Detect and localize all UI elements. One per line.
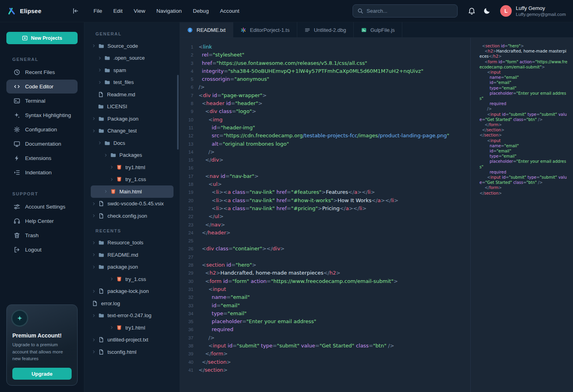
code-line[interactable]: 8 <header id="header"> bbox=[180, 99, 470, 107]
chevron-right-icon[interactable] bbox=[92, 241, 98, 245]
chevron-right-icon[interactable] bbox=[92, 129, 98, 133]
sidebar-item-trash[interactable]: Trash bbox=[6, 228, 78, 242]
code-line[interactable]: 23 </nav> bbox=[180, 221, 470, 229]
sidebar-item-extensions[interactable]: Extensions bbox=[6, 151, 78, 165]
code-line[interactable]: 3 href="https://use.fontawesome.com/rele… bbox=[180, 59, 470, 67]
code-line[interactable]: 33 id="email" bbox=[180, 302, 470, 310]
chevron-right-icon[interactable] bbox=[104, 153, 110, 157]
code-line[interactable]: 30 <form id="form" action="https://www.f… bbox=[180, 277, 470, 285]
code-line[interactable]: 9 <div class="logo"> bbox=[180, 107, 470, 115]
code-line[interactable]: 34 type="email" bbox=[180, 310, 470, 318]
code-line[interactable]: 40 </section> bbox=[180, 358, 470, 366]
code-line[interactable]: 17 <nav id="nav-bar"> bbox=[180, 172, 470, 180]
code-line[interactable]: 18 <ul> bbox=[180, 180, 470, 188]
chevron-right-icon[interactable] bbox=[98, 56, 104, 60]
chevron-right-icon[interactable] bbox=[110, 277, 116, 281]
search-input[interactable] bbox=[366, 8, 453, 14]
menu-item-navigation[interactable]: Navigation bbox=[152, 6, 186, 16]
chevron-right-icon[interactable] bbox=[92, 214, 98, 218]
sidebar-item-indentation[interactable]: Indentation bbox=[6, 166, 78, 179]
code-line[interactable]: 13 alt="original trombones logo" bbox=[180, 140, 470, 148]
code-line[interactable]: 6/> bbox=[180, 83, 470, 91]
sidebar-item-configuration[interactable]: Configuration bbox=[6, 123, 78, 137]
code-line[interactable]: 5 crossorigin="anonymous" bbox=[180, 75, 470, 83]
chevron-right-icon[interactable] bbox=[110, 326, 116, 330]
chevron-right-icon[interactable] bbox=[92, 350, 98, 354]
code-line[interactable]: 35 placeholder="Enter your email address… bbox=[180, 318, 470, 326]
chevron-right-icon[interactable] bbox=[92, 289, 98, 293]
sidebar-item-documentation[interactable]: Documentation bbox=[6, 137, 78, 151]
code-line[interactable]: 12 src="https://cdn.freecodecamp.org/tes… bbox=[180, 132, 470, 140]
tree-item-packages[interactable]: Packages bbox=[91, 149, 173, 162]
code-line[interactable]: 39 </form> bbox=[180, 350, 470, 358]
chevron-right-icon[interactable] bbox=[110, 177, 116, 181]
chevron-right-icon[interactable] bbox=[98, 141, 104, 145]
menu-item-debug[interactable]: Debug bbox=[189, 6, 213, 16]
chevron-right-icon[interactable] bbox=[104, 189, 110, 193]
tree-item-try-1-css[interactable]: try_1.css bbox=[91, 273, 173, 285]
chevron-right-icon[interactable] bbox=[92, 265, 98, 269]
tree-item-error-log[interactable]: error.log bbox=[91, 297, 173, 310]
tree-item-package-json[interactable]: package.json bbox=[91, 261, 173, 273]
code-line[interactable]: 26 <div class="container"></div> bbox=[180, 245, 470, 253]
tree-item-text-error-0-247-log[interactable]: text-error-0.247.log bbox=[91, 310, 173, 322]
sidebar-item-syntax-highlighting[interactable]: Syntax Highlighting bbox=[6, 108, 78, 122]
collapse-sidebar-button[interactable] bbox=[72, 8, 79, 14]
tab-readme-txt[interactable]: README.txt bbox=[180, 22, 233, 37]
menu-item-view[interactable]: View bbox=[129, 6, 150, 16]
code-line[interactable]: 20 <li><a class="nav-link" href="#how-it… bbox=[180, 197, 470, 205]
tree-item-swdc-vscode-0-5-45-vsix[interactable]: swdc-vscode-0.5.45.vsix bbox=[91, 198, 173, 210]
code-line[interactable]: 16 bbox=[180, 164, 470, 172]
chevron-right-icon[interactable] bbox=[92, 314, 98, 318]
tab-untlited-2-dbg[interactable]: Untlited-2.dbg bbox=[297, 22, 354, 37]
code-line[interactable]: 24 </header> bbox=[180, 229, 470, 237]
code-line[interactable]: 15 </div> bbox=[180, 156, 470, 164]
code-line[interactable]: 7<div id="page-wrapper"> bbox=[180, 92, 470, 99]
code-line[interactable]: 31 <input bbox=[180, 285, 470, 293]
tree-item-resuorce-tools[interactable]: Resuorce_tools bbox=[91, 237, 173, 249]
upgrade-button[interactable]: Upgrade bbox=[12, 368, 72, 380]
code-line[interactable]: 37 /> bbox=[180, 334, 470, 342]
chevron-right-icon[interactable] bbox=[92, 338, 98, 342]
chevron-right-icon[interactable] bbox=[92, 202, 98, 206]
tree-item-open-source[interactable]: .open_source bbox=[91, 52, 173, 64]
tree-item-package-lock-json[interactable]: package-lock.json bbox=[91, 285, 173, 298]
code-line[interactable]: 1<link bbox=[180, 43, 470, 51]
tree-item-untlited-project-txt[interactable]: untlited-project.txt bbox=[91, 334, 173, 346]
tree-item-check-config-json[interactable]: check.config.json bbox=[91, 210, 173, 222]
code-line[interactable]: 14 /> bbox=[180, 148, 470, 156]
tree-item-readme-md[interactable]: README.md bbox=[91, 249, 173, 261]
sidebar-item-recent-files[interactable]: Recent Files bbox=[6, 65, 78, 79]
tab-editorporject-1-ts[interactable]: EditorPorject-1.ts bbox=[233, 22, 297, 37]
theme-toggle-button[interactable] bbox=[483, 7, 491, 15]
chevron-right-icon[interactable] bbox=[110, 165, 116, 169]
tree-item-source-code[interactable]: Source_code bbox=[91, 40, 173, 52]
sidebar-item-account-settings[interactable]: Account Settings bbox=[6, 200, 78, 214]
chevron-right-icon[interactable] bbox=[98, 80, 104, 84]
tree-item-try-1-css[interactable]: try_1.css bbox=[91, 174, 173, 186]
code-editor[interactable]: 1<link2 rel="stylesheet"3 href="https://… bbox=[180, 38, 470, 392]
tree-item-licensi[interactable]: LICENSI bbox=[91, 101, 173, 113]
menu-item-account[interactable]: Account bbox=[216, 6, 244, 16]
code-line[interactable]: 11 id="header-img" bbox=[180, 124, 470, 132]
code-line[interactable]: 2 rel="stylesheet" bbox=[180, 51, 470, 59]
sidebar-item-logout[interactable]: Logout bbox=[6, 243, 78, 257]
code-line[interactable]: 25 bbox=[180, 237, 470, 245]
explorer-scrollbar[interactable] bbox=[177, 75, 179, 150]
menu-item-file[interactable]: File bbox=[89, 6, 107, 16]
sidebar-item-help-center[interactable]: Help Center bbox=[6, 214, 78, 228]
code-line[interactable]: 22 </ul> bbox=[180, 213, 470, 220]
tree-item-spam[interactable]: spam bbox=[91, 64, 173, 76]
code-line[interactable]: 21 <li><a class="nav-link" href="#pricin… bbox=[180, 205, 470, 213]
user-menu[interactable]: L Luffy Gemoy Luffy.gemoy@gmail.com bbox=[500, 5, 573, 17]
tree-item-try1-html[interactable]: try1.html bbox=[91, 322, 173, 334]
menu-item-edit[interactable]: Edit bbox=[109, 6, 127, 16]
minimap[interactable]: <section id="hero"> <h2>Handcrafted, hom… bbox=[470, 38, 573, 392]
tab-gulpfile-js[interactable]: GulpFile.js bbox=[354, 22, 402, 37]
code-line[interactable]: 4 integrity="sha384-50oBUHEmvpQ+1lW4y57P… bbox=[180, 67, 470, 75]
code-line[interactable]: 32 name="email" bbox=[180, 293, 470, 301]
tree-item-tsconfig-html[interactable]: tsconfig.html bbox=[91, 346, 173, 358]
code-line[interactable]: 19 <li><a class="nav-link" href="#featur… bbox=[180, 188, 470, 196]
tree-item-readme-md[interactable]: Readme.md bbox=[91, 88, 173, 101]
tree-item-test-files[interactable]: test_files bbox=[91, 76, 173, 89]
